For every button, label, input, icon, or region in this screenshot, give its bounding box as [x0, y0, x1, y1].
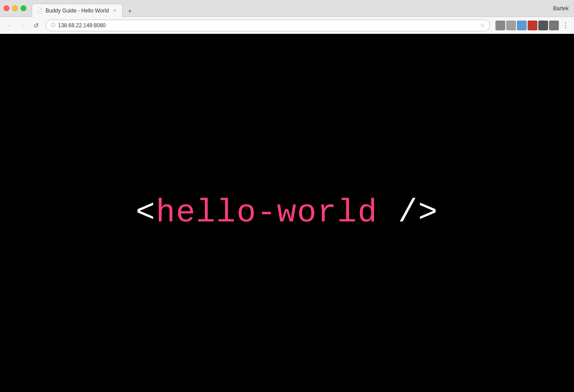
maximize-traffic-light[interactable] [21, 5, 26, 11]
more-icon: ⋮ [562, 21, 569, 29]
toolbar-icon-3[interactable] [517, 21, 527, 30]
address-bar[interactable]: ⓘ 138.68.22.149:8080 ☆ [46, 20, 490, 31]
toolbar-icons [495, 21, 559, 30]
back-icon: ← [6, 22, 12, 29]
reload-icon: ↺ [33, 22, 39, 29]
tag-name: hello-world [156, 195, 378, 231]
traffic-lights [4, 5, 26, 11]
user-profile: Bartek [553, 5, 569, 12]
browser-window: 📄 Buddy Guide - Hello World × + Bartek ←… [0, 0, 574, 392]
title-bar: 📄 Buddy Guide - Hello World × + Bartek [0, 0, 574, 17]
active-tab[interactable]: 📄 Buddy Guide - Hello World × [32, 4, 123, 17]
webpage-content: <hello-world /> [0, 34, 574, 392]
toolbar-icon-1[interactable] [495, 21, 505, 30]
toolbar-icon-4[interactable] [528, 21, 537, 30]
tabs-area: 📄 Buddy Guide - Hello World × + [32, 0, 570, 17]
open-bracket: < [136, 195, 156, 231]
address-text: 138.68.22.149:8080 [58, 22, 477, 29]
tab-close-button[interactable]: × [112, 8, 118, 14]
toolbar-icon-6[interactable] [549, 21, 559, 30]
bookmark-icon[interactable]: ☆ [480, 22, 485, 29]
minimize-traffic-light[interactable] [12, 5, 18, 11]
new-tab-button[interactable]: + [124, 5, 136, 17]
hello-world-display: <hello-world /> [136, 195, 438, 231]
forward-icon: → [20, 22, 26, 29]
close-traffic-light[interactable] [4, 5, 9, 11]
nav-bar: ← → ↺ ⓘ 138.68.22.149:8080 ☆ ⋮ [0, 17, 574, 34]
back-button[interactable]: ← [4, 20, 15, 31]
reload-button[interactable]: ↺ [30, 20, 42, 31]
tab-favicon-icon: 📄 [37, 8, 43, 14]
toolbar-icon-2[interactable] [506, 21, 516, 30]
tab-title: Buddy Guide - Hello World [46, 8, 109, 14]
lock-icon: ⓘ [50, 22, 55, 29]
close-bracket: /> [378, 195, 438, 231]
more-menu-button[interactable]: ⋮ [561, 21, 570, 30]
toolbar-icon-5[interactable] [538, 21, 548, 30]
forward-button[interactable]: → [17, 20, 29, 31]
